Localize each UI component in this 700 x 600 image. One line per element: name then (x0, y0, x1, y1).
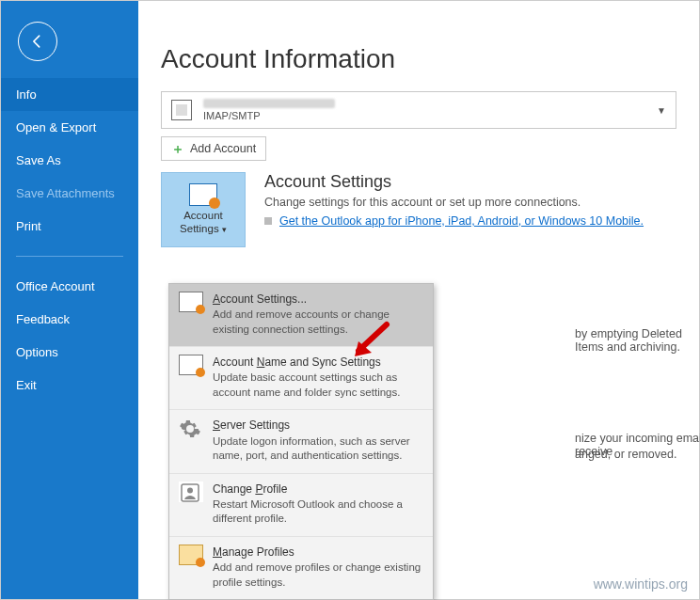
server-settings-gear-icon (179, 418, 203, 438)
gear-icon (196, 558, 205, 567)
sidebar-separator (16, 256, 123, 257)
dropdown-item-account-settings[interactable]: Account Settings... Add and remove accou… (169, 284, 433, 347)
account-settings-tile[interactable]: AccountSettings (161, 172, 246, 247)
account-settings-dropdown: Account Settings... Add and remove accou… (168, 283, 434, 600)
sidebar-item-office-account[interactable]: Office Account (1, 270, 138, 303)
back-arrow-icon (28, 32, 47, 51)
dropdown-item-desc: Update basic account settings such as ac… (213, 371, 423, 400)
gear-icon (196, 305, 205, 314)
account-selector[interactable]: IMAP/SMTP ▼ (161, 91, 676, 129)
get-outlook-app-link[interactable]: Get the Outlook app for iPhone, iPad, An… (279, 214, 644, 228)
account-type-label: IMAP/SMTP (203, 110, 335, 121)
dropdown-item-server-settings[interactable]: Server Settings Update logon information… (169, 410, 433, 473)
account-name-redacted (203, 99, 335, 108)
dropdown-item-desc: Add and remove profiles or change existi… (213, 561, 423, 590)
account-settings-tile-icon (189, 183, 217, 206)
dropdown-item-title: Server Settings (213, 418, 423, 433)
back-button[interactable] (18, 22, 57, 61)
dropdown-item-desc: Update logon information, such as server… (213, 434, 423, 464)
account-icon (171, 100, 192, 120)
sidebar-item-open-export[interactable]: Open & Export (1, 111, 138, 144)
watermark: www.wintips.org (594, 576, 688, 592)
sidebar-item-feedback[interactable]: Feedback (1, 303, 138, 336)
plus-icon: ＋ (171, 142, 184, 155)
dropdown-item-title: Account Name and Sync Settings (213, 355, 423, 370)
sidebar-item-save-as[interactable]: Save As (1, 144, 138, 177)
bg-partial-text-1: by emptying Deleted Items and archiving. (575, 327, 699, 354)
dropdown-item-title: Change Profile (213, 482, 423, 497)
backstage-sidebar: Info Open & Export Save As Save Attachme… (1, 1, 138, 599)
change-profile-icon (179, 482, 203, 502)
account-texts: IMAP/SMTP (203, 99, 335, 121)
add-account-label: Add Account (190, 142, 256, 155)
dropdown-item-desc: Add and remove accounts or change existi… (213, 308, 423, 337)
sidebar-item-save-attachments: Save Attachments (1, 177, 138, 210)
sidebar-item-print[interactable]: Print (1, 210, 138, 243)
dropdown-item-manage-profiles[interactable]: Manage Profiles Add and remove profiles … (169, 537, 433, 599)
bg-partial-text-3: anged, or removed. (575, 448, 676, 461)
gear-icon (196, 368, 205, 377)
page-title: Account Information (161, 44, 676, 74)
add-account-button[interactable]: ＋ Add Account (161, 136, 266, 161)
dropdown-item-title: Account Settings... (213, 292, 423, 307)
sidebar-item-exit[interactable]: Exit (1, 369, 138, 402)
account-settings-description: Account Settings Change settings for thi… (264, 172, 644, 247)
gear-icon (209, 197, 220, 209)
sidebar-item-info[interactable]: Info (1, 78, 138, 111)
account-settings-tile-label: AccountSettings (180, 210, 227, 236)
account-name-sync-icon (179, 355, 203, 375)
dropdown-item-change-profile[interactable]: Change Profile Restart Microsoft Outlook… (169, 474, 433, 537)
dropdown-item-desc: Restart Microsoft Outlook and choose a d… (213, 497, 423, 527)
dropdown-item-title: Manage Profiles (213, 545, 423, 560)
chevron-down-icon: ▼ (657, 105, 666, 116)
svg-point-1 (187, 487, 193, 493)
dropdown-item-account-name-sync[interactable]: Account Name and Sync Settings Update ba… (169, 347, 433, 410)
account-settings-item-icon (179, 292, 203, 312)
account-settings-subtext: Change settings for this account or set … (264, 196, 644, 209)
sidebar-item-options[interactable]: Options (1, 336, 138, 369)
account-settings-heading: Account Settings (264, 172, 644, 192)
bullet-icon (264, 217, 272, 225)
manage-profiles-icon (179, 545, 203, 565)
